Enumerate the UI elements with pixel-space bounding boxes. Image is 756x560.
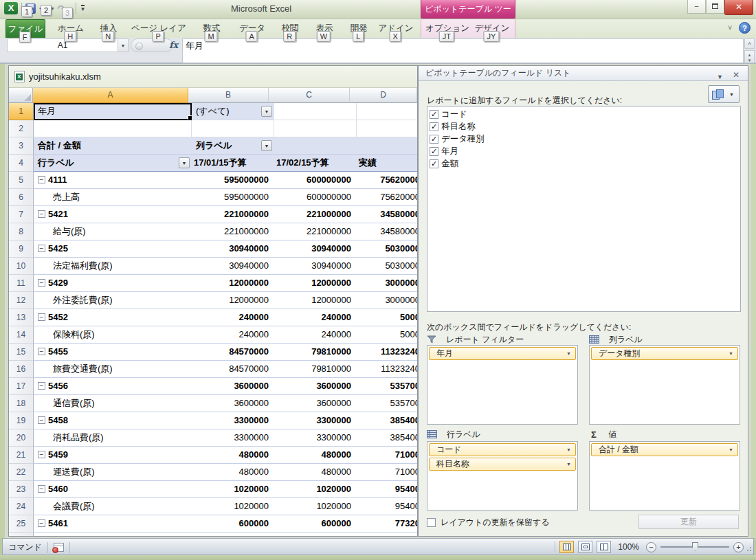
cell-C9[interactable]: 30940000 [274, 240, 357, 258]
cell-A11[interactable]: −5429 [34, 275, 192, 292]
panel-collapse-icon[interactable]: ▼ [717, 70, 723, 85]
normal-view-button[interactable] [559, 541, 574, 553]
cell-B26[interactable] [192, 533, 274, 537]
keytip-save[interactable]: 1 [21, 6, 32, 17]
cell-B22[interactable]: 480000 [192, 464, 274, 481]
pill-dropdown-icon[interactable]: ▼ [566, 459, 571, 470]
zoom-level[interactable]: 100% [618, 542, 639, 552]
collapse-outline-icon[interactable]: − [38, 245, 45, 252]
cell-D24[interactable]: 95400 [357, 498, 417, 515]
cell-D15[interactable]: 11323240 [357, 344, 417, 361]
cell-C18[interactable]: 3600000 [274, 395, 357, 412]
row-labels-filter-dropdown[interactable]: ▼ [179, 157, 190, 168]
cell-A26[interactable] [34, 533, 192, 537]
cell-A13[interactable]: −5452 [34, 309, 192, 326]
cell-D19[interactable]: 385400 [357, 412, 417, 429]
cell-C15[interactable]: 79810000 [274, 344, 357, 361]
cell-C17[interactable]: 3600000 [274, 378, 357, 395]
cell-D2[interactable] [357, 120, 417, 137]
cell-A14[interactable]: 保険料(原) [34, 326, 192, 344]
collapse-outline-icon[interactable]: − [38, 451, 45, 458]
cell-B14[interactable]: 240000 [192, 326, 274, 344]
keytip-M[interactable]: M [204, 31, 217, 42]
field-pill-コード[interactable]: コード▼ [429, 443, 576, 456]
keytip-JY[interactable]: JY [483, 31, 499, 42]
cell-C6[interactable]: 600000000 [274, 189, 357, 206]
row-header-16[interactable]: 16 [9, 361, 34, 378]
row-header-2[interactable]: 2 [9, 120, 34, 137]
name-box-dropdown-icon[interactable]: ▼ [118, 38, 129, 52]
cell-C24[interactable]: 1020000 [274, 498, 357, 515]
workbook-titlebar[interactable]: yojitsuhikaku.xlsm [9, 66, 417, 88]
cell-C11[interactable]: 12000000 [274, 275, 357, 292]
row-header-18[interactable]: 18 [9, 395, 34, 412]
cell-A20[interactable]: 消耗品費(原) [34, 429, 192, 447]
cell-A1[interactable]: 年月 [34, 103, 192, 120]
maximize-button[interactable] [706, 0, 724, 14]
cell-B7[interactable]: 221000000 [192, 206, 274, 223]
collapse-outline-icon[interactable]: − [38, 485, 45, 493]
row-header-8[interactable]: 8 [9, 223, 34, 240]
cell-B4[interactable]: 17/01/15予算 [192, 155, 274, 172]
cell-D5[interactable]: 75620000 [357, 172, 417, 189]
cell-D13[interactable]: 5000 [357, 309, 417, 326]
keytip-N[interactable]: N [102, 31, 114, 42]
keytip-A[interactable]: A [245, 31, 257, 42]
cell-D11[interactable]: 3000000 [357, 275, 417, 292]
cell-B9[interactable]: 30940000 [192, 240, 274, 258]
column-header-C[interactable]: C [269, 88, 350, 103]
cell-C13[interactable]: 240000 [274, 309, 357, 326]
row-header-14[interactable]: 14 [9, 326, 34, 344]
cell-C8[interactable]: 221000000 [274, 223, 357, 240]
row-header-21[interactable]: 21 [9, 447, 34, 464]
qat-customize-icon[interactable]: ▾ [81, 5, 85, 12]
formula-input[interactable]: 年月 [182, 38, 744, 63]
cell-D4[interactable]: 実績 [357, 155, 417, 172]
cell-D25[interactable]: 77320 [357, 515, 417, 533]
close-button[interactable]: ✕ [724, 0, 753, 15]
help-button[interactable]: ? [739, 22, 751, 34]
row-header-19[interactable]: 19 [9, 412, 34, 429]
tab-W[interactable]: 表示W [311, 19, 338, 38]
row-header-1[interactable]: 1 [9, 103, 34, 120]
cell-A4[interactable]: 行ラベル▼ [34, 155, 192, 172]
row-header-17[interactable]: 17 [9, 378, 34, 395]
cell-A24[interactable]: 会議費(原) [34, 498, 192, 515]
filter-dropdown-B3[interactable]: ▼ [261, 140, 272, 151]
row-header-13[interactable]: 13 [9, 309, 34, 326]
resize-grip-icon[interactable] [745, 545, 752, 552]
row-header-3[interactable]: 3 [9, 137, 34, 155]
cell-C4[interactable]: 17/02/15予算 [274, 155, 357, 172]
minimize-button[interactable]: − [687, 0, 706, 14]
cell-B8[interactable]: 221000000 [192, 223, 274, 240]
cell-B19[interactable]: 3300000 [192, 412, 274, 429]
cell-A5[interactable]: −4111 [34, 172, 192, 189]
row-header-9[interactable]: 9 [9, 240, 34, 258]
row-labels-box[interactable]: コード▼科目名称▼ [427, 441, 578, 511]
field-checkbox[interactable]: ✓ [430, 122, 438, 131]
column-header-B[interactable]: B [188, 88, 269, 103]
filter-dropdown-B1[interactable]: ▼ [261, 106, 272, 117]
layout-selector-button[interactable]: ▼ [708, 85, 740, 103]
formula-expand-icon[interactable]: ˄ [744, 38, 755, 49]
cell-A3[interactable]: 合計 / 金額 [34, 137, 192, 155]
field-item-データ種別[interactable]: ✓データ種別 [430, 133, 740, 145]
cell-D9[interactable]: 5030000 [357, 240, 417, 258]
cell-A23[interactable]: −5460 [34, 481, 192, 498]
row-header-4[interactable]: 4 [9, 155, 34, 172]
field-checkbox[interactable]: ✓ [430, 135, 438, 144]
cell-D1[interactable] [357, 103, 417, 120]
column-header-A[interactable]: A [33, 88, 188, 103]
select-all-corner[interactable] [9, 88, 33, 103]
cell-B6[interactable]: 595000000 [192, 189, 274, 206]
cell-A12[interactable]: 外注委託費(原) [34, 292, 192, 309]
cell-A21[interactable]: −5459 [34, 447, 192, 464]
cell-A10[interactable]: 法定福利費(原) [34, 258, 192, 275]
cell-C10[interactable]: 30940000 [274, 258, 357, 275]
collapse-outline-icon[interactable]: − [38, 416, 45, 424]
pill-dropdown-icon[interactable]: ▼ [566, 348, 571, 359]
field-checkbox[interactable]: ✓ [430, 147, 438, 156]
tab-A[interactable]: データA [238, 19, 267, 38]
cell-A6[interactable]: 売上高 [34, 189, 192, 206]
cell-D22[interactable]: 71000 [357, 464, 417, 481]
